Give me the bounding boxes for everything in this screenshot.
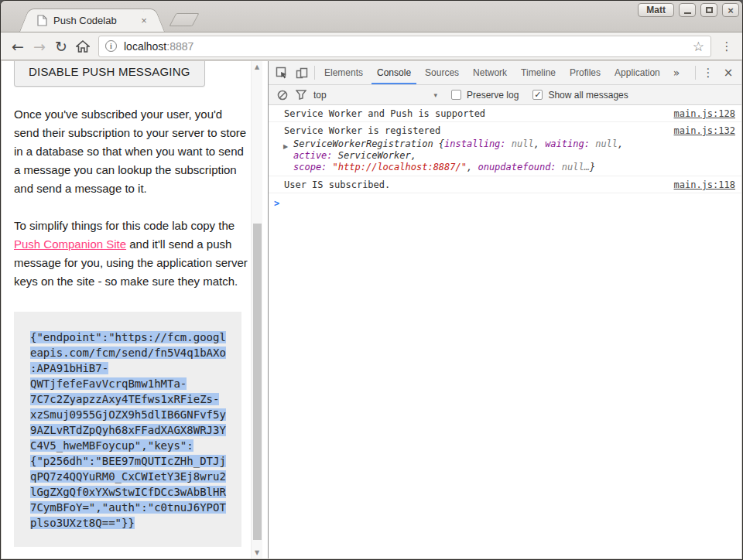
- content-area: DISABLE PUSH MESSAGING Once you've subsc…: [2, 61, 741, 558]
- tab-sources[interactable]: Sources: [419, 61, 464, 84]
- inspect-element-icon[interactable]: [272, 61, 292, 84]
- devtools-panel: Elements Console Sources Network Timelin…: [269, 61, 741, 558]
- page-scrollbar[interactable]: ▲ ▼: [251, 61, 262, 558]
- tab-network[interactable]: Network: [467, 61, 512, 84]
- devtools-close-icon[interactable]: ×: [718, 61, 738, 84]
- forward-icon[interactable]: →: [29, 36, 50, 57]
- console-prompt[interactable]: >: [269, 193, 741, 213]
- checkbox-checked-icon[interactable]: ✓: [532, 90, 543, 100]
- tab-console[interactable]: Console: [372, 61, 416, 84]
- tab-profiles[interactable]: Profiles: [564, 61, 606, 84]
- url-text[interactable]: localhost:8887: [124, 40, 693, 53]
- address-bar[interactable]: i localhost:8887 ☆: [98, 36, 711, 57]
- scrollbar-thumb[interactable]: [253, 224, 262, 540]
- context-label: top: [313, 90, 433, 101]
- page-favicon-icon: [37, 15, 47, 26]
- preview-prop: installing:: [444, 138, 505, 149]
- console-message-row: Service Worker and Push is supported mai…: [269, 105, 741, 122]
- push-companion-link[interactable]: Push Companion Site: [14, 237, 126, 251]
- tab-application[interactable]: Application: [609, 61, 666, 84]
- url-host: localhost: [124, 40, 166, 53]
- disable-push-button[interactable]: DISABLE PUSH MESSAGING: [14, 61, 205, 87]
- back-icon[interactable]: ←: [7, 36, 29, 57]
- console-message-row: Service Worker is registered ▶ServiceWor…: [269, 122, 741, 176]
- window-controls: Matt ×: [638, 3, 739, 17]
- filter-icon[interactable]: [292, 90, 310, 100]
- maximize-icon: [706, 7, 713, 13]
- object-preview[interactable]: ▶ServiceWorkerRegistration {installing: …: [284, 138, 665, 173]
- toolbar-divider: [314, 66, 315, 80]
- device-toolbar-icon[interactable]: [292, 61, 312, 84]
- home-icon[interactable]: [72, 36, 94, 57]
- browser-tab[interactable]: Push Codelab ×: [30, 9, 154, 32]
- preview-prop: onupdatefound:: [478, 162, 556, 172]
- new-tab-button[interactable]: [169, 13, 199, 26]
- close-button[interactable]: ×: [722, 3, 739, 17]
- show-all-messages-label: Show all messages: [548, 90, 628, 101]
- execution-context-select[interactable]: top ▾: [313, 90, 437, 101]
- devtools-tabs: Elements Console Sources Network Timelin…: [317, 61, 667, 84]
- console-message-text: User IS subscribed.: [284, 179, 390, 190]
- paragraph-companion-before: To simplify things for this code lab cop…: [14, 219, 235, 232]
- show-all-messages-checkbox[interactable]: ✓ Show all messages: [532, 90, 628, 101]
- console-filter-bar: top ▾ Preserve log ✓ Show all messages: [269, 85, 741, 105]
- browser-menu-icon[interactable]: ⋮: [717, 39, 736, 53]
- chevron-down-icon: ▾: [433, 91, 437, 99]
- console-message-text: Service Worker and Push is supported: [284, 108, 485, 119]
- devtools-menu-icon[interactable]: ⋮: [698, 61, 718, 84]
- preview-class: ServiceWorkerRegistration: [293, 138, 439, 149]
- scroll-down-icon[interactable]: ▼: [252, 549, 262, 556]
- browser-window: Push Codelab × Matt × ← → ↻ i localhost:…: [0, 0, 743, 560]
- source-link[interactable]: main.js:132: [674, 125, 735, 136]
- tab-close-icon[interactable]: ×: [138, 15, 150, 27]
- expand-triangle-icon[interactable]: ▶: [283, 141, 288, 152]
- preview-prop: waiting:: [545, 138, 590, 149]
- tab-title: Push Codelab: [53, 15, 138, 26]
- devtools-toolbar: Elements Console Sources Network Timelin…: [269, 61, 741, 85]
- tab-elements[interactable]: Elements: [319, 61, 368, 84]
- preserve-log-label: Preserve log: [467, 90, 519, 101]
- minimize-icon: [684, 12, 691, 14]
- bookmark-star-icon[interactable]: ☆: [693, 39, 704, 54]
- page-info-icon[interactable]: i: [105, 40, 117, 52]
- titlebar: Push Codelab × Matt ×: [1, 1, 742, 32]
- paragraph-companion: To simplify things for this code lab cop…: [14, 217, 248, 291]
- page-viewport: DISABLE PUSH MESSAGING Once you've subsc…: [2, 61, 269, 558]
- checkbox-unchecked-icon[interactable]: [451, 90, 461, 100]
- subscription-code-block[interactable]: {"endpoint":"https://fcm.googl eapis.com…: [14, 312, 241, 547]
- paragraph-subscription: Once you've subscribed your user, you'd …: [14, 105, 248, 198]
- console-log: Service Worker and Push is supported mai…: [269, 105, 741, 558]
- preview-prop: scope:: [293, 162, 327, 172]
- url-port: :8887: [166, 40, 193, 53]
- maximize-button[interactable]: [700, 3, 717, 17]
- source-link[interactable]: main.js:118: [674, 179, 735, 190]
- reload-icon[interactable]: ↻: [50, 36, 72, 57]
- preview-prop: active:: [293, 150, 333, 161]
- tab-timeline[interactable]: Timeline: [515, 61, 561, 84]
- toolbar-divider: [695, 66, 696, 80]
- browser-toolbar: ← → ↻ i localhost:8887 ☆ ⋮: [1, 32, 742, 60]
- console-message-row: User IS subscribed. main.js:118: [269, 176, 741, 193]
- preserve-log-checkbox[interactable]: Preserve log: [451, 90, 519, 101]
- minimize-button[interactable]: [679, 3, 696, 17]
- console-message-text: Service Worker is registered: [284, 125, 440, 136]
- source-link[interactable]: main.js:128: [674, 108, 735, 119]
- scroll-up-icon[interactable]: ▲: [252, 63, 262, 70]
- profile-button[interactable]: Matt: [638, 3, 674, 17]
- prompt-chevron-icon: >: [274, 198, 279, 209]
- clear-console-icon[interactable]: [273, 90, 292, 101]
- more-tabs-icon[interactable]: »: [667, 61, 687, 84]
